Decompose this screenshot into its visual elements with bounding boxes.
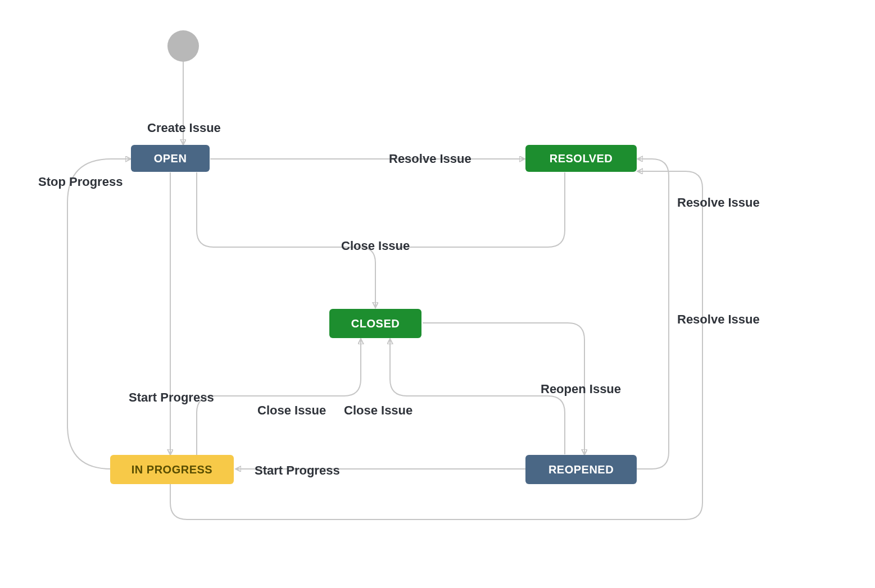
edge-resolved-to-closed: [393, 172, 565, 247]
label-close-issue-reopened: Close Issue: [344, 403, 412, 418]
start-node: [167, 30, 199, 62]
label-close-issue-open: Close Issue: [341, 239, 410, 253]
edge-reopened-to-closed: [390, 339, 565, 454]
label-resolve-issue-open: Resolve Issue: [389, 152, 471, 166]
state-reopened[interactable]: REOPENED: [525, 455, 637, 484]
state-open[interactable]: OPEN: [131, 145, 210, 172]
label-stop-progress: Stop Progress: [38, 175, 123, 189]
label-resolve-issue-inprog: Resolve Issue: [677, 312, 760, 327]
state-in-progress[interactable]: IN PROGRESS: [110, 455, 234, 484]
label-start-progress-reopened: Start Progress: [255, 463, 340, 478]
edge-inprogress-to-open: [67, 159, 130, 469]
label-reopen-issue: Reopen Issue: [541, 382, 621, 396]
edge-reopened-to-resolved: [637, 159, 669, 469]
label-create-issue: Create Issue: [147, 121, 221, 135]
edges-layer: [0, 0, 875, 588]
label-start-progress: Start Progress: [129, 390, 214, 405]
state-resolved[interactable]: RESOLVED: [525, 145, 637, 172]
workflow-diagram: OPEN RESOLVED CLOSED IN PROGRESS REOPENE…: [0, 0, 875, 588]
state-closed[interactable]: CLOSED: [329, 309, 421, 338]
label-close-issue-inprog: Close Issue: [257, 403, 326, 418]
label-resolve-issue-reopened: Resolve Issue: [677, 195, 760, 210]
